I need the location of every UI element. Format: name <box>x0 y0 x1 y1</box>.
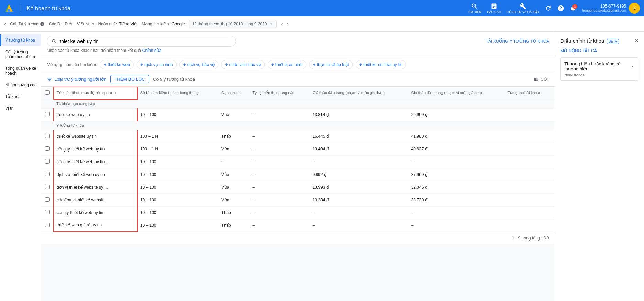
expand-label: Mở rộng thông tin tìm kiếm: <box>47 62 97 67</box>
user-email: hongphuc.sikido@gmail.com <box>582 9 626 12</box>
add-filter-btn[interactable]: THÊM BỘ LỌC <box>110 75 149 83</box>
beta-badge: BETA <box>607 39 619 44</box>
chip-thuc-thi-phap-luat[interactable]: + thực thi pháp luật <box>309 60 353 69</box>
table-wrapper: Từ khóa (theo mức độ liên quan) ↓ Số lần… <box>41 87 555 244</box>
keyword-cell: dịch vụ thiết kế web uy tin <box>54 168 137 181</box>
pagination: 1 - 9 trong tổng số 9 <box>41 232 555 244</box>
row-checkbox[interactable] <box>45 112 50 116</box>
row-checkbox[interactable] <box>45 223 50 227</box>
th-status[interactable]: Trang thái tài khoản <box>505 87 555 99</box>
search-hint: Nhập các từ khóa khác nhau để nhận thêm … <box>47 48 549 53</box>
refresh-icon <box>545 5 552 12</box>
status-cell <box>505 108 555 121</box>
sidebar-toggle-btn[interactable]: ‹ <box>4 21 6 27</box>
competition-cell: Vừa <box>219 108 250 121</box>
sidebar-item-tong-quan[interactable]: Tổng quan về kế hoạch <box>0 63 41 79</box>
th-display-rate[interactable]: Tỷ lệ hiển thị quảng cáo <box>250 87 309 99</box>
bid-high-cell: 29.999 ₫ <box>408 108 505 121</box>
sidebar: Ý tưởng từ khóa Các ý tưởng phân theo nh… <box>0 32 41 301</box>
column-btn[interactable]: CỘT <box>534 77 549 82</box>
top-nav-right: TÌM KIẾM BÁO CÁO CÔNG CỤ VÀ CÀI ĐẶT 1 10… <box>468 3 640 14</box>
table-row: đơn vị thiết kế website uy ... 10 – 100 … <box>41 181 555 193</box>
row-checkbox[interactable] <box>45 197 50 202</box>
refresh-btn[interactable] <box>545 5 552 12</box>
chevron-down-icon <box>269 22 274 26</box>
row-checkbox[interactable] <box>45 146 50 151</box>
google-ads-logo-icon <box>4 3 14 13</box>
th-keyword[interactable]: Từ khóa (theo mức độ liên quan) ↓ <box>54 87 137 99</box>
filter-adult-btn[interactable]: Loại trừ ý tưởng người lớn <box>47 77 106 82</box>
row-checkbox[interactable] <box>45 210 50 214</box>
th-bid-low[interactable]: Giá thầu đầu trang (phạm vi mức giá thấp… <box>310 87 408 99</box>
table-row: các đơn vị thiết kế websit... 10 – 100 V… <box>41 193 555 206</box>
chip-dich-vu-bao-ve[interactable]: + dịch vụ bảo vệ <box>179 60 219 69</box>
date-prefix: 12 tháng trước <box>192 22 219 26</box>
sidebar-item-cac-y-tuong[interactable]: Các ý tưởng phân theo nhóm <box>0 46 41 63</box>
expand-all-btn[interactable]: MỞ RỘNG TẤT CẢ <box>560 48 638 53</box>
th-competition[interactable]: Cạnh tranh <box>219 87 250 99</box>
keywords-table: Từ khóa (theo mức độ liên quan) ↓ Số lần… <box>41 87 555 232</box>
report-icon <box>491 3 498 10</box>
th-bid-high[interactable]: Giá thầu đầu trang (phạm vi mức giá cao) <box>408 87 505 99</box>
user-avatar[interactable]: 😊 <box>629 3 640 14</box>
help-icon <box>557 5 564 12</box>
search-input[interactable] <box>60 38 231 44</box>
filter-row: Loại trừ ý tưởng người lớn THÊM BỘ LỌC C… <box>41 72 555 87</box>
search-row: TẢI XUỐNG Ý TƯỞNG TỪ KHÓA <box>47 36 549 47</box>
chip-thiet-ke-web[interactable]: + thiết ke web <box>100 60 134 69</box>
select-all-checkbox[interactable] <box>45 90 50 95</box>
report-nav-btn[interactable]: BÁO CÁO <box>487 3 501 14</box>
download-link[interactable]: TẢI XUỐNG Ý TƯỞNG TỪ KHÓA <box>486 39 549 44</box>
row-checkbox[interactable] <box>45 185 50 189</box>
th-searches[interactable]: Số lần tìm kiếm tr.bình hàng tháng <box>137 87 219 99</box>
date-next-btn[interactable]: › <box>287 21 289 27</box>
panel-section-sub: Non-Brands <box>564 73 635 77</box>
table-row: thiết kế web giá rẻ uy tín 10 – 100 Thấp… <box>41 219 555 232</box>
row-checkbox[interactable] <box>45 159 50 164</box>
sidebar-item-y-tuong-tu-khoa[interactable]: Ý tưởng từ khóa <box>0 34 41 46</box>
chip-thiet-ke-noi-that[interactable]: + thiêt ke noi that uy tin <box>356 60 406 69</box>
bid-low-cell: 13.814 ₫ <box>310 108 408 121</box>
sidebar-item-nhom-quang-cao[interactable]: Nhóm quảng cáo <box>0 79 41 91</box>
row-checkbox[interactable] <box>45 172 50 176</box>
info-icon <box>40 22 45 26</box>
right-panel-header: Điều chỉnh từ khóa BETA × <box>560 37 638 44</box>
chip-thiet-bi-an-ninh[interactable]: + thiết bị an ninh <box>268 60 306 69</box>
search-box[interactable] <box>47 36 236 47</box>
table-row: dịch vụ thiết kế web uy tin 10 – 100 Vừa… <box>41 168 555 181</box>
date-prev-btn[interactable]: ‹ <box>281 21 283 27</box>
help-btn[interactable] <box>557 5 564 12</box>
chip-nhan-vien-bao-ve[interactable]: + nhân viên bảo vệ <box>221 60 264 69</box>
language-item: Ngôn ngữ: Tiếng Việt <box>98 22 138 26</box>
row-checkbox[interactable] <box>45 134 50 138</box>
right-panel: Điều chỉnh từ khóa BETA × MỞ RỘNG TẤT CẢ… <box>555 32 644 301</box>
location-value: Việt Nam <box>77 22 94 26</box>
content-area: TẢI XUỐNG Ý TƯỞNG TỪ KHÓA Nhập các từ kh… <box>41 32 555 301</box>
sidebar-item-vi-tri[interactable]: Vị trí <box>0 102 41 114</box>
search-box-icon <box>51 38 57 44</box>
tools-nav-label: CÔNG CỤ VÀ CÀI ĐẶT <box>506 10 539 14</box>
right-panel-close-btn[interactable]: × <box>635 37 638 44</box>
notification-btn[interactable]: 1 <box>570 5 577 12</box>
date-range-selector[interactable]: 12 tháng trước thg 10 2019 – thg 9 2020 <box>189 20 277 28</box>
tools-nav-btn[interactable]: CÔNG CỤ VÀ CÀI ĐẶT <box>506 3 539 14</box>
sidebar-item-tu-khoa[interactable]: Từ khóa <box>0 91 41 102</box>
keyword-cell: thiết kế website uy tín <box>54 130 137 143</box>
search-nav-btn[interactable]: TÌM KIẾM <box>468 3 481 14</box>
language-value: Tiếng Việt <box>119 22 138 26</box>
search-nav-label: TÌM KIẾM <box>468 10 481 14</box>
panel-section-header[interactable]: Thương hiệu hoặc không có thương hiệu <box>564 61 635 71</box>
chip-dich-vu-an-ninh[interactable]: + dịch vụ an ninh <box>137 60 177 69</box>
top-nav: Kế hoạch từ khóa TÌM KIẾM BÁO CÁO CÔNG C… <box>0 0 644 16</box>
ideas-count: Có 9 ý tưởng từ khóa <box>153 77 195 82</box>
edit-link[interactable]: Chỉnh sửa <box>142 48 162 53</box>
keyword-cell: các đơn vị thiết kế websit... <box>54 193 137 206</box>
main-layout: Ý tưởng từ khóa Các ý tưởng phân theo nh… <box>0 32 644 301</box>
th-select-all[interactable] <box>41 87 54 99</box>
tools-icon <box>520 3 526 10</box>
settings-item[interactable]: Cài đặt ý tưởng <box>10 22 45 26</box>
report-nav-label: BÁO CÁO <box>487 10 501 14</box>
columns-icon <box>534 77 539 82</box>
logo <box>4 3 14 13</box>
location-item: Các Địa Điểm: Việt Nam <box>49 22 94 26</box>
